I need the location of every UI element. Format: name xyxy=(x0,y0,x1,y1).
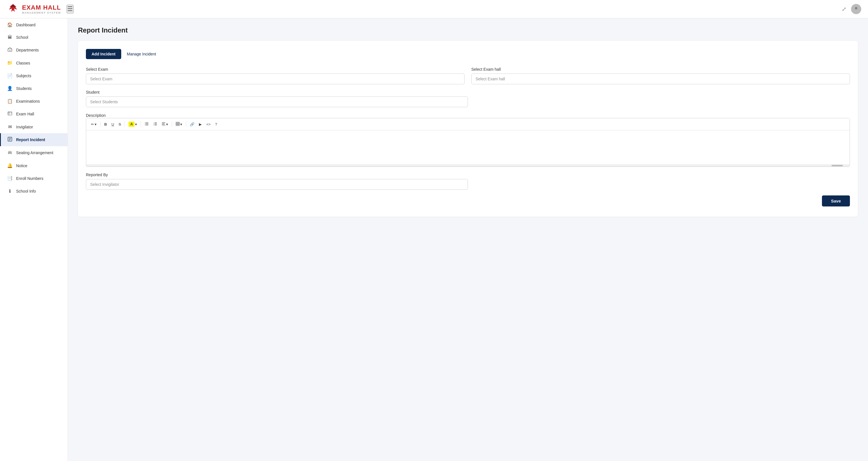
sidebar-item-classes[interactable]: 📁 Classes xyxy=(0,57,67,69)
reported-by-label: Reported By xyxy=(86,173,468,177)
sidebar-item-seating-arrangement[interactable]: Seating Arrangement xyxy=(0,146,67,159)
ul-icon xyxy=(145,122,149,127)
toolbar-video-button[interactable]: ▶ xyxy=(197,121,204,127)
align-arrow: ▾ xyxy=(166,122,168,126)
ol-icon: 123 xyxy=(153,122,157,127)
user-icon xyxy=(853,6,859,12)
student-dropdown[interactable]: Select Students xyxy=(86,96,468,107)
toolbar-ul-button[interactable] xyxy=(143,121,151,128)
svg-text:3: 3 xyxy=(153,124,154,125)
underline-icon: U xyxy=(111,122,114,126)
align-icon xyxy=(162,122,165,127)
tab-add-incident[interactable]: Add Incident xyxy=(86,49,121,59)
header-right: ⤢ xyxy=(842,4,861,14)
save-button[interactable]: Save xyxy=(822,196,850,206)
help-icon: ? xyxy=(215,122,217,126)
description-editor: ✏ ▾ B U S xyxy=(86,118,850,167)
svg-point-23 xyxy=(145,123,146,124)
sidebar-item-school[interactable]: 🏛 School xyxy=(0,31,67,44)
students-icon: 👤 xyxy=(7,86,13,91)
toolbar-link-button[interactable]: 🔗 xyxy=(188,121,196,127)
header: EXAM HALL MANAGEMENT SYSTEM ☰ ⤢ xyxy=(0,0,868,19)
departments-icon xyxy=(7,47,13,53)
code-icon: <> xyxy=(206,122,211,126)
toolbar-strikethrough-button[interactable]: S xyxy=(117,121,123,127)
sidebar-item-enroll-numbers[interactable]: 📑 Enroll Numbers xyxy=(0,172,67,185)
table-arrow: ▾ xyxy=(180,122,182,126)
page-title: Report Incident xyxy=(78,26,858,34)
sidebar-label-classes: Classes xyxy=(16,61,30,65)
link-icon: 🔗 xyxy=(190,122,194,126)
student-label: Student xyxy=(86,90,468,94)
select-exam-hall-dropdown[interactable]: Select Exam hall xyxy=(471,74,850,84)
seating-icon xyxy=(7,150,13,155)
toolbar-format-button[interactable]: ✏ ▾ xyxy=(89,121,99,127)
svg-point-24 xyxy=(145,125,146,125)
sidebar-item-school-info[interactable]: ℹ School Info xyxy=(0,185,67,197)
move-icon[interactable]: ⤢ xyxy=(842,6,846,12)
hamburger-button[interactable]: ☰ xyxy=(67,5,73,13)
tabs: Add Incident Manage Incident xyxy=(86,49,850,59)
toolbar-divider-2 xyxy=(125,122,125,127)
sidebar-label-departments: Departments xyxy=(16,48,39,52)
sidebar-item-students[interactable]: 👤 Students xyxy=(0,82,67,95)
form-row-reported-by: Reported By Select Invigilator xyxy=(86,173,850,190)
toolbar-align-button[interactable]: ▾ xyxy=(160,121,170,128)
sidebar-item-notice[interactable]: 🔔 Notice xyxy=(0,159,67,172)
toolbar-ol-button[interactable]: 123 xyxy=(151,121,159,128)
logo: EXAM HALL MANAGEMENT SYSTEM xyxy=(7,3,61,15)
main-content: Report Incident Add Incident Manage Inci… xyxy=(68,19,868,461)
svg-point-3 xyxy=(854,10,858,12)
sidebar-label-examinations: Examinations xyxy=(16,99,40,104)
sidebar-label-notice: Notice xyxy=(16,164,27,168)
toolbar-divider-5 xyxy=(186,122,186,127)
logo-icon xyxy=(7,3,19,15)
bold-icon: B xyxy=(104,122,107,126)
avatar[interactable] xyxy=(851,4,861,14)
video-icon: ▶ xyxy=(199,122,202,126)
toolbar-underline-button[interactable]: U xyxy=(110,121,116,127)
toolbar-table-button[interactable]: ▾ xyxy=(174,121,184,128)
sidebar-item-dashboard[interactable]: 🏠 Dashboard xyxy=(0,19,67,31)
notice-icon: 🔔 xyxy=(7,163,13,168)
reported-by-dropdown[interactable]: Select Invigilator xyxy=(86,179,468,190)
svg-rect-34 xyxy=(176,122,179,125)
tab-manage-incident[interactable]: Manage Incident xyxy=(126,49,157,59)
exam-hall-icon xyxy=(7,111,13,117)
form-row-student: Student Select Students xyxy=(86,90,850,107)
sidebar-item-report-incident[interactable]: Report Incident xyxy=(0,133,67,146)
sidebar-item-examinations[interactable]: 📋 Examinations xyxy=(0,95,67,108)
invigilator-icon: ✉ xyxy=(7,124,13,129)
examinations-icon: 📋 xyxy=(7,98,13,104)
sidebar-item-subjects[interactable]: 📄 Subjects xyxy=(0,69,67,82)
toolbar-bold-button[interactable]: B xyxy=(102,121,109,127)
sidebar-item-exam-hall[interactable]: Exam Hall xyxy=(0,108,67,120)
editor-toolbar: ✏ ▾ B U S xyxy=(86,118,849,131)
form-row-exam: Select Exam Select Exam Select Exam hall… xyxy=(86,67,850,84)
toolbar-code-button[interactable]: <> xyxy=(204,121,213,127)
sidebar-label-dashboard: Dashboard xyxy=(16,23,36,27)
toolbar-highlight-button[interactable]: A ▾ xyxy=(127,120,139,128)
header-left: EXAM HALL MANAGEMENT SYSTEM ☰ xyxy=(7,3,73,15)
editor-scrollbar-thumb xyxy=(832,165,843,166)
toolbar-divider-4 xyxy=(172,122,172,127)
svg-point-2 xyxy=(855,7,858,10)
select-exam-dropdown[interactable]: Select Exam xyxy=(86,74,465,84)
svg-rect-7 xyxy=(8,112,12,115)
description-label: Description xyxy=(86,113,106,118)
sidebar-label-seating: Seating Arrangement xyxy=(16,150,53,155)
subjects-icon: 📄 xyxy=(7,73,13,78)
sidebar-label-report-incident: Report Incident xyxy=(16,138,45,142)
form-group-select-exam: Select Exam Select Exam xyxy=(86,67,465,84)
select-exam-hall-label: Select Exam hall xyxy=(471,67,850,71)
save-button-row: Save xyxy=(86,196,850,206)
sidebar-item-invigilator[interactable]: ✉ Invigilator xyxy=(0,120,67,133)
editor-body[interactable] xyxy=(86,131,849,164)
select-exam-label: Select Exam xyxy=(86,67,465,71)
toolbar-help-button[interactable]: ? xyxy=(213,121,219,127)
form-group-select-exam-hall: Select Exam hall Select Exam hall xyxy=(471,67,850,84)
classes-icon: 📁 xyxy=(7,60,13,66)
building-icon xyxy=(8,47,12,52)
editor-scrollbar xyxy=(86,164,849,167)
sidebar-item-departments[interactable]: Departments xyxy=(0,44,67,57)
